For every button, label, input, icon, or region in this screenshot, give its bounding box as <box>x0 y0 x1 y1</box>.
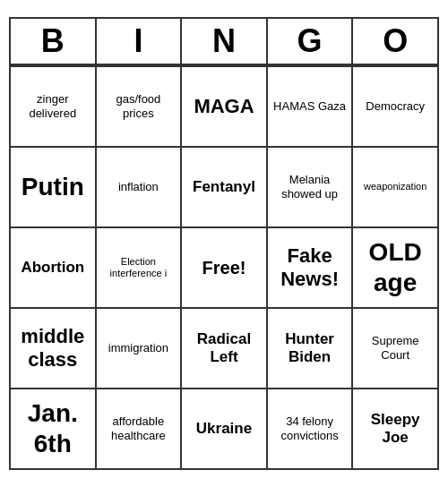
bingo-row-1: PutininflationFentanylMelania showed upw… <box>11 146 437 226</box>
bingo-cell-2-1: Election interference i <box>97 228 183 307</box>
bingo-cell-2-4: OLD age <box>353 228 437 307</box>
bingo-cell-3-0: middle class <box>11 309 97 388</box>
bingo-row-4: Jan. 6thaffordable healthcareUkraine34 f… <box>11 388 437 468</box>
bingo-cell-0-2: MAGA <box>182 67 268 146</box>
bingo-cell-2-3: Fake News! <box>268 228 354 307</box>
bingo-row-0: zinger deliveredgas/food pricesMAGAHAMAS… <box>11 65 437 146</box>
bingo-cell-3-2: Radical Left <box>182 309 268 388</box>
bingo-cell-0-3: HAMAS Gaza <box>268 67 354 146</box>
bingo-row-2: AbortionElection interference iFree!Fake… <box>11 226 437 307</box>
bingo-cell-4-4: Sleepy Joe <box>353 389 437 468</box>
bingo-cell-3-3: Hunter Biden <box>268 309 354 388</box>
bingo-cell-4-0: Jan. 6th <box>11 389 97 468</box>
bingo-cell-3-4: Supreme Court <box>353 309 437 388</box>
header-letter-o: O <box>353 19 437 64</box>
bingo-cell-2-2: Free! <box>182 228 268 307</box>
header-letter-b: B <box>11 19 97 64</box>
bingo-cell-0-1: gas/food prices <box>97 67 183 146</box>
bingo-cell-0-4: Democracy <box>353 67 437 146</box>
header-letter-n: N <box>182 19 268 64</box>
bingo-cell-1-3: Melania showed up <box>268 148 354 226</box>
bingo-cell-1-2: Fentanyl <box>182 148 268 226</box>
bingo-cell-4-1: affordable healthcare <box>97 389 183 468</box>
bingo-cell-3-1: immigration <box>97 309 183 388</box>
bingo-grid: zinger deliveredgas/food pricesMAGAHAMAS… <box>11 65 437 468</box>
bingo-row-3: middle classimmigrationRadical LeftHunte… <box>11 307 437 388</box>
bingo-cell-1-1: inflation <box>97 148 183 226</box>
bingo-cell-4-2: Ukraine <box>182 389 268 468</box>
bingo-card: BINGO zinger deliveredgas/food pricesMAG… <box>9 17 439 470</box>
header-letter-i: I <box>97 19 183 64</box>
bingo-cell-1-0: Putin <box>11 148 97 226</box>
bingo-header: BINGO <box>11 19 437 65</box>
bingo-cell-2-0: Abortion <box>11 228 97 307</box>
bingo-cell-1-4: weaponization <box>353 148 437 226</box>
bingo-cell-0-0: zinger delivered <box>11 67 97 146</box>
bingo-cell-4-3: 34 felony convictions <box>268 389 354 468</box>
header-letter-g: G <box>268 19 354 64</box>
